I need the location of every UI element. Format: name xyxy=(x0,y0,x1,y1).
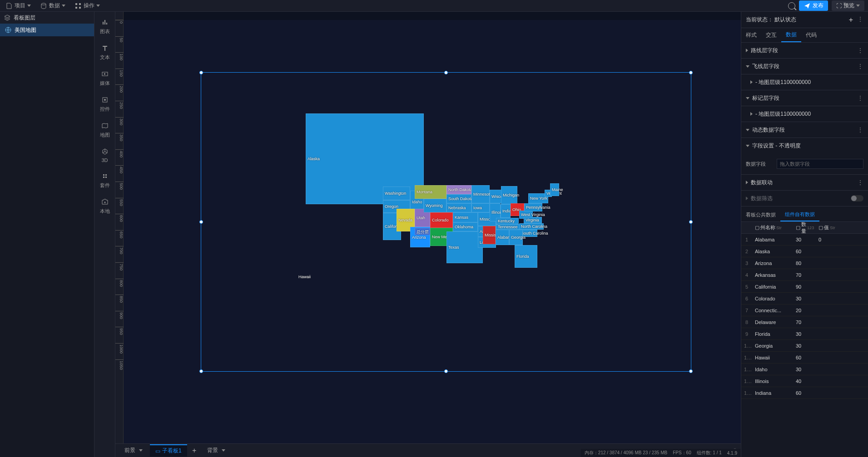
cell-count[interactable]: 90 xyxy=(793,284,816,290)
preview-button[interactable]: ⛶ 预览 xyxy=(832,0,864,11)
col-value[interactable]: ▢ 值Str xyxy=(816,224,838,231)
state-pennsylvania[interactable] xyxy=(524,203,542,211)
tab-code[interactable]: 代码 xyxy=(801,28,821,42)
rail-ctrl[interactable]: 控件 xyxy=(100,95,110,113)
cell-count[interactable]: 70 xyxy=(793,319,816,325)
tab-shared-data[interactable]: 看板公共数据 xyxy=(741,208,780,221)
cell-state[interactable]: Arkansas xyxy=(752,272,793,278)
state-wyoming[interactable] xyxy=(424,199,446,212)
table-row[interactable]: 11Hawaii60 xyxy=(741,352,868,364)
table-row[interactable]: 13Illinois40 xyxy=(741,375,868,387)
cell-count[interactable]: 70 xyxy=(793,272,816,278)
more-icon[interactable]: ⋮ xyxy=(858,47,863,54)
resize-handle-ml[interactable] xyxy=(199,220,203,224)
resize-handle-bl[interactable] xyxy=(199,369,203,373)
resize-handle-br[interactable] xyxy=(689,369,693,373)
cell-state[interactable]: Georgia xyxy=(752,343,793,349)
table-row[interactable]: 9Florida30 xyxy=(741,328,868,340)
menu-data[interactable]: 数据 xyxy=(38,1,67,10)
cell-state[interactable]: Colorado xyxy=(752,296,793,301)
rail-3d[interactable]: 3D xyxy=(100,147,110,163)
cell-count[interactable]: 60 xyxy=(793,249,816,254)
section-route[interactable]: 路线层字段⋮ xyxy=(741,43,868,58)
rail-map[interactable]: 地图 xyxy=(100,121,110,138)
rail-local[interactable]: 本地 xyxy=(100,197,110,215)
state-washington[interactable] xyxy=(383,187,410,200)
state-minnesota[interactable] xyxy=(471,185,490,203)
tab-style[interactable]: 样式 xyxy=(741,28,761,42)
table-row[interactable]: 8Delaware70 xyxy=(741,316,868,328)
cell-state[interactable]: Florida xyxy=(752,331,793,337)
state-总分层[interactable] xyxy=(415,228,430,235)
section-flyline_sub[interactable]: - 地图层级1100000000 xyxy=(741,74,868,90)
state-colorado[interactable] xyxy=(430,212,453,228)
cell-count[interactable]: 40 xyxy=(793,378,816,384)
section-marker_sub[interactable]: - 地图层级1100000000 xyxy=(741,106,868,122)
more-icon[interactable]: ⋮ xyxy=(858,95,863,101)
tab-foreground[interactable]: 前景 xyxy=(119,445,148,456)
cell-count[interactable]: 20 xyxy=(793,308,816,313)
tab-interaction[interactable]: 交互 xyxy=(761,28,781,42)
selection-box[interactable]: AlaskaHawaiiWashingtonOregonCaliforniaId… xyxy=(201,72,691,372)
search-icon[interactable] xyxy=(788,2,795,10)
state-mississippi[interactable] xyxy=(483,226,496,244)
cell-state[interactable]: Arizona xyxy=(752,260,793,266)
publish-button[interactable]: 发布 xyxy=(799,0,828,11)
cell-count[interactable]: 30 xyxy=(793,296,816,301)
state-florida[interactable] xyxy=(515,245,537,268)
resize-handle-mr[interactable] xyxy=(689,220,693,224)
rail-kit[interactable]: 套件 xyxy=(100,171,110,189)
more-icon[interactable]: ⋮ xyxy=(858,179,863,186)
table-row[interactable]: 1Alabama300 xyxy=(741,234,868,246)
table-row[interactable]: 10Georgia30 xyxy=(741,340,868,352)
cell-state[interactable]: Delaware xyxy=(752,319,793,325)
state-georgia[interactable] xyxy=(509,230,523,245)
col-state-name[interactable]: ▢ 州名称Str xyxy=(752,224,793,231)
menu-project[interactable]: 项目 xyxy=(4,1,33,10)
table-row[interactable]: 12Idaho30 xyxy=(741,364,868,375)
rail-text[interactable]: 文本 xyxy=(100,43,110,61)
cell-count[interactable]: 30 xyxy=(793,343,816,349)
table-row[interactable]: 6Colorado30 xyxy=(741,293,868,305)
state-indiana[interactable] xyxy=(501,204,511,218)
state-kansas[interactable] xyxy=(453,212,478,222)
cell-state[interactable]: Hawaii xyxy=(752,355,793,360)
tab-background[interactable]: 背景 xyxy=(202,445,231,456)
canvas-stage[interactable]: AlaskaHawaiiWashingtonOregonCaliforniaId… xyxy=(124,20,741,443)
section-data-linkage[interactable]: 数据联动 ⋮ xyxy=(741,175,868,190)
state-texas[interactable] xyxy=(446,231,483,263)
state-iowa[interactable] xyxy=(471,203,490,212)
cell-count[interactable]: 30 xyxy=(793,367,816,372)
state-virginia[interactable] xyxy=(524,217,542,223)
state-alabama[interactable] xyxy=(496,230,509,245)
cell-count[interactable]: 30 xyxy=(793,331,816,337)
menu-action[interactable]: 操作 xyxy=(73,1,102,10)
add-state-button[interactable]: + xyxy=(849,16,853,24)
section-flyline[interactable]: 飞线层字段⋮ xyxy=(741,59,868,74)
cell-state[interactable]: Alaska xyxy=(752,249,793,254)
cell-count[interactable]: 60 xyxy=(793,355,816,360)
state-south-dakota[interactable] xyxy=(446,194,471,203)
usa-map-widget[interactable]: AlaskaHawaiiWashingtonOregonCaliforniaId… xyxy=(201,73,691,371)
cell-state[interactable]: Illinois xyxy=(752,378,793,384)
table-row[interactable]: 2Alaska60 xyxy=(741,246,868,257)
cell-value[interactable]: 0 xyxy=(816,237,838,242)
filter-toggle[interactable] xyxy=(851,195,863,201)
cell-count[interactable]: 60 xyxy=(793,390,816,396)
cell-count[interactable]: 80 xyxy=(793,260,816,266)
cell-state[interactable]: Connectic... xyxy=(752,308,793,313)
state-menu-icon[interactable]: ⋮ xyxy=(858,16,863,24)
layer-item-usa-map[interactable]: 美国地图 xyxy=(0,24,94,36)
state-value[interactable]: 默认状态 xyxy=(774,16,796,23)
table-row[interactable]: 5California90 xyxy=(741,281,868,293)
cell-state[interactable]: Idaho xyxy=(752,367,793,372)
tab-own-data[interactable]: 组件自有数据 xyxy=(780,208,819,221)
state-michigan[interactable] xyxy=(501,186,517,204)
more-icon[interactable]: ⋮ xyxy=(858,127,863,133)
resize-handle-tl[interactable] xyxy=(199,71,203,74)
data-field-input[interactable] xyxy=(777,159,863,169)
state-oklahoma[interactable] xyxy=(453,222,478,231)
state-maine[interactable] xyxy=(550,183,559,196)
cell-count[interactable]: 30 xyxy=(793,237,816,242)
table-row[interactable]: 4Arkansas70 xyxy=(741,269,868,281)
